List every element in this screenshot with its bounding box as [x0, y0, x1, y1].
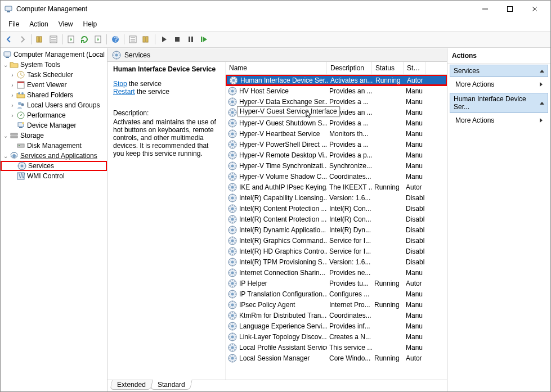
menu-action[interactable]: Action — [25, 19, 52, 30]
pause-service-button[interactable] — [185, 33, 197, 46]
service-name: Link-Layer Topology Discov... — [239, 333, 327, 341]
service-row[interactable]: Hyper-V Time Synchronizati...Synchronize… — [226, 160, 447, 171]
service-startup: Disabl — [404, 215, 426, 223]
service-desc: Provides a p... — [327, 151, 372, 159]
service-row[interactable]: IP Translation Configuration...Configure… — [226, 289, 447, 299]
services-header-icon — [112, 51, 121, 60]
refresh-button[interactable] — [78, 33, 91, 46]
detail-props-button[interactable] — [127, 33, 139, 46]
service-row[interactable]: Intel(R) Dynamic Applicatio...Intel(R) D… — [226, 224, 447, 235]
restart-service-button[interactable] — [198, 33, 210, 46]
service-icon — [228, 332, 237, 341]
tree-task-scheduler[interactable]: ›Task Scheduler — [1, 70, 107, 80]
service-row[interactable]: KtmRm for Distributed Tran...Coordinates… — [226, 310, 447, 321]
service-desc: Provides tu... — [327, 280, 372, 287]
forward-button[interactable] — [16, 33, 29, 46]
service-row[interactable]: Hyper-V Heartbeat ServiceMonitors th...M… — [226, 128, 447, 139]
service-startup: Autor — [405, 76, 427, 84]
collapse-icon — [540, 102, 544, 105]
service-row[interactable]: Human Interface Device Ser...Activates a… — [226, 75, 447, 85]
tree-local-users[interactable]: ›Local Users and Groups — [1, 100, 107, 110]
tree-performance[interactable]: ›Performance — [1, 110, 107, 120]
tree-shared-folders[interactable]: ›Shared Folders — [1, 90, 107, 100]
titlebar: Computer Management — [1, 1, 550, 17]
show-hide-tree-button[interactable] — [34, 33, 46, 46]
service-row[interactable]: Internet Connection Sharin...Provides ne… — [226, 267, 447, 278]
export-button[interactable] — [65, 33, 77, 46]
actions-more-1[interactable]: More Actions — [447, 77, 550, 92]
service-desc: Version: 1.6... — [327, 258, 372, 266]
menu-view[interactable]: View — [54, 19, 78, 30]
actions-section-services[interactable]: Services — [450, 65, 548, 77]
service-row[interactable]: Intel(R) Content Protection ...Intel(R) … — [226, 214, 447, 224]
service-row[interactable]: Intel(R) Content Protection ...Intel(R) … — [226, 203, 447, 214]
service-row[interactable]: Hyper-V Data Exchange Ser...Provides a .… — [226, 96, 447, 107]
restart-service-link[interactable]: Restart — [113, 88, 135, 96]
tree-svc-apps[interactable]: ⌄Services and Applications — [1, 151, 107, 161]
perf-icon — [16, 111, 25, 120]
service-row[interactable]: Hyper-V Remote Desktop Vi...Provides a p… — [226, 150, 447, 160]
service-row[interactable]: IPsec Policy AgentInternet Pro...Running… — [226, 299, 447, 310]
tree-disk-mgmt[interactable]: Disk Management — [1, 141, 107, 151]
services-icon — [17, 161, 26, 170]
service-row[interactable]: Hyper-V Guest Shutdown S...Provides a ..… — [226, 118, 447, 128]
service-row[interactable]: Link-Layer Topology Discov...Creates a N… — [226, 331, 447, 342]
service-startup: Manu — [404, 162, 426, 170]
tab-standard[interactable]: Standard — [150, 380, 192, 390]
wmi-icon — [16, 172, 25, 181]
minimize-button[interactable] — [473, 1, 498, 17]
col-startup[interactable]: Startu — [404, 62, 426, 74]
tree-wmi[interactable]: WMI Control — [1, 171, 107, 181]
menu-file[interactable]: File — [4, 19, 24, 30]
cursor-icon — [304, 110, 313, 119]
actions-section-selected[interactable]: Human Interface Device Ser... — [450, 93, 548, 113]
service-row[interactable]: Hyper-V PowerShell Direct ...Provides a … — [226, 139, 447, 150]
menu-help[interactable]: Help — [79, 19, 102, 30]
service-row[interactable]: IKE and AuthIP IPsec Keying...The IKEEXT… — [226, 182, 447, 192]
service-row[interactable]: Intel(R) HD Graphics Contro...Service fo… — [226, 246, 447, 256]
service-startup: Disabl — [404, 205, 426, 213]
close-button[interactable] — [522, 1, 547, 17]
tree-pane[interactable]: Computer Management (Local ⌄System Tools… — [1, 48, 107, 391]
tree-device-manager[interactable]: Device Manager — [1, 120, 107, 130]
service-row[interactable]: HV Host ServiceProvides an ...Manu — [226, 85, 447, 96]
detail-cols-button[interactable] — [140, 33, 153, 46]
service-row[interactable]: Intel(R) Capability Licensing...Version:… — [226, 192, 447, 203]
start-service-button[interactable] — [158, 33, 170, 46]
col-description[interactable]: Description — [327, 62, 372, 74]
gear-icon — [10, 151, 19, 160]
tree-services[interactable]: Services — [1, 161, 107, 171]
stop-service-link[interactable]: Stop — [113, 80, 127, 88]
tree-root[interactable]: Computer Management (Local — [1, 49, 107, 60]
service-desc: Core Windo... — [327, 354, 372, 362]
col-status[interactable]: Status — [372, 62, 404, 74]
service-row[interactable]: Language Experience Servi...Provides inf… — [226, 321, 447, 331]
tree-storage[interactable]: ⌄Storage — [1, 130, 107, 141]
service-row[interactable]: Local Profile Assistant ServiceThis serv… — [226, 342, 447, 353]
list-header[interactable]: Name Description Status Startu — [226, 62, 447, 75]
help-button[interactable] — [109, 33, 122, 46]
service-row[interactable]: Intel(R) TPM Provisioning S...Version: 1… — [226, 256, 447, 267]
actions-more-2[interactable]: More Actions — [447, 113, 550, 128]
tree-system-tools[interactable]: ⌄System Tools — [1, 60, 107, 70]
service-row[interactable]: Local Session ManagerCore Windo...Runnin… — [226, 353, 447, 363]
back-button[interactable] — [3, 33, 15, 46]
tab-extended[interactable]: Extended — [110, 380, 153, 390]
service-startup: Manu — [404, 344, 426, 352]
tree-event-viewer[interactable]: ›Event Viewer — [1, 80, 107, 90]
maximize-button[interactable] — [498, 1, 522, 17]
stop-service-button[interactable] — [171, 33, 183, 46]
services-list[interactable]: Name Description Status Startu Human Int… — [226, 62, 447, 380]
service-row[interactable]: IP HelperProvides tu...RunningAutor — [226, 278, 447, 289]
service-status: Running — [372, 301, 404, 309]
service-row[interactable]: Intel(R) Graphics Command...Service for … — [226, 235, 447, 246]
service-name: Intel(R) Capability Licensing... — [239, 194, 327, 202]
service-name: IKE and AuthIP IPsec Keying... — [239, 183, 327, 191]
service-name: Internet Connection Sharin... — [239, 269, 325, 277]
export-list-button[interactable] — [92, 33, 104, 46]
service-desc: Provides a ... — [327, 119, 372, 127]
col-name[interactable]: Name — [226, 62, 327, 74]
properties-button[interactable] — [47, 33, 60, 46]
service-desc: Provides an ... — [327, 87, 372, 95]
service-row[interactable]: Hyper-V Volume Shadow C...Coordinates...… — [226, 171, 447, 182]
